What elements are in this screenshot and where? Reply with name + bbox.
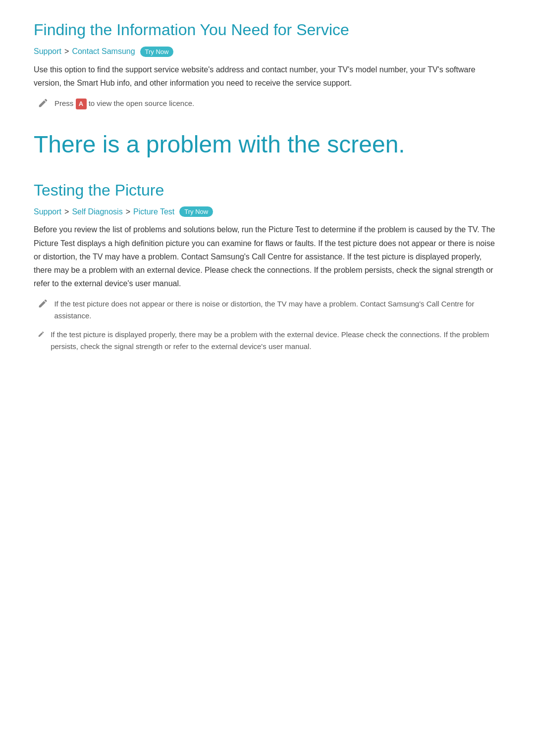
section1-body: Use this option to find the support serv… xyxy=(34,63,501,90)
note-text-2: If the test picture is displayed properl… xyxy=(51,329,501,353)
note-item-1: If the test picture does not appear or t… xyxy=(38,298,501,322)
subsection-title: Testing the Picture xyxy=(34,180,501,201)
try-now-badge-1[interactable]: Try Now xyxy=(140,47,174,57)
press-note-text: Press A to view the open source licence. xyxy=(54,98,194,109)
breadcrumb2-self-diagnosis[interactable]: Self Diagnosis xyxy=(72,207,122,216)
breadcrumb2-sep2: > xyxy=(126,207,130,216)
press-note: Press A to view the open source licence. xyxy=(38,98,501,109)
subsection-body: Before you review the list of problems a… xyxy=(34,223,501,290)
breadcrumb-contact-samsung[interactable]: Contact Samsung xyxy=(72,47,135,56)
pencil-icon-1 xyxy=(38,98,49,108)
section2-title: There is a problem with the screen. xyxy=(34,129,501,160)
breadcrumb2-support[interactable]: Support xyxy=(34,207,61,216)
note-text-1: If the test picture does not appear or t… xyxy=(54,298,501,322)
breadcrumb2-picture-test[interactable]: Picture Test xyxy=(133,207,174,216)
pencil-icon-3 xyxy=(38,329,45,340)
subsection-testing-picture: Testing the Picture Support > Self Diagn… xyxy=(34,180,501,353)
breadcrumb-sep1: > xyxy=(64,47,69,56)
note-item-2: If the test picture is displayed properl… xyxy=(38,329,501,353)
section-finding-info: Finding the Information You Need for Ser… xyxy=(34,20,501,109)
section2-breadcrumb: Support > Self Diagnosis > Picture Test … xyxy=(34,206,501,217)
section1-title: Finding the Information You Need for Ser… xyxy=(34,20,501,41)
breadcrumb2-sep1: > xyxy=(64,207,69,216)
breadcrumb-support[interactable]: Support xyxy=(34,47,61,56)
pencil-icon-2 xyxy=(38,298,48,309)
section1-breadcrumb: Support > Contact Samsung Try Now xyxy=(34,47,501,57)
section-screen-problem: There is a problem with the screen. Test… xyxy=(34,129,501,353)
key-a-badge: A xyxy=(76,99,87,109)
try-now-badge-2[interactable]: Try Now xyxy=(179,206,213,217)
